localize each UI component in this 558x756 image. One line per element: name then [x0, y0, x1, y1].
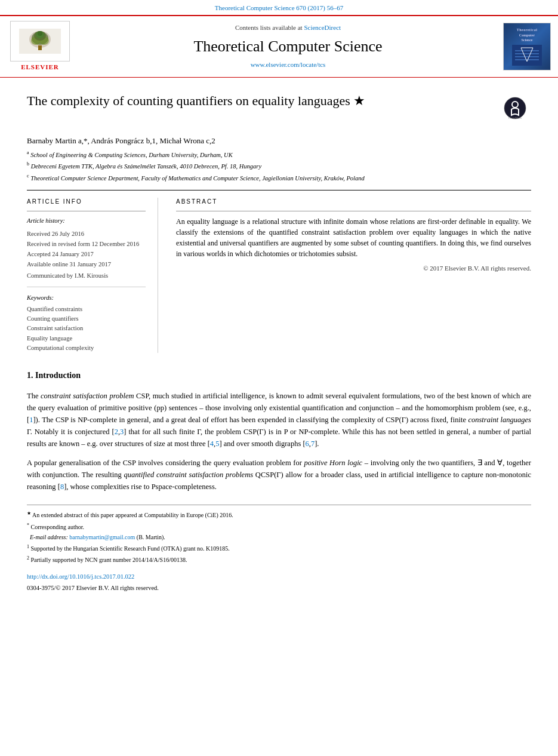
keyword-3: Constraint satisfaction — [27, 324, 146, 333]
divider-1 — [27, 190, 531, 190]
affil-a: a School of Engineering & Computing Scie… — [27, 149, 531, 159]
received-date: Received 26 July 2016 — [27, 229, 146, 238]
footnote-asterisk: * Corresponding author. — [27, 522, 531, 531]
footnote-2: 2 Partially supported by NCN grant numbe… — [27, 555, 531, 564]
crossmark[interactable]: CrossMark — [498, 92, 531, 125]
intro-section: 1. Introduction The constraint satisfact… — [27, 370, 531, 493]
email-link[interactable]: barnabymartin@gmail.com — [69, 534, 135, 540]
doi-section: http://dx.doi.org/10.1016/j.tcs.2017.01.… — [27, 572, 531, 581]
ref-5[interactable]: 5 — [215, 440, 219, 448]
abstract-rule — [176, 211, 531, 211]
elsevier-text: ELSEVIER — [21, 63, 59, 72]
keywords-label: Keywords: — [27, 293, 146, 302]
article-info-label: ARTICLE INFO — [27, 198, 146, 207]
contents-line: Contents lists available at ScienceDirec… — [79, 23, 497, 33]
two-column-section: ARTICLE INFO Article history: Received 2… — [27, 198, 531, 353]
footnote-email: E-mail address: barnabymartin@gmail.com … — [27, 533, 531, 542]
footnote-1: 1 Supported by the Hungarian Scientific … — [27, 543, 531, 553]
article-title: The complexity of counting quantifiers o… — [27, 92, 365, 110]
intro-paragraph-2: A popular generalisation of the CSP invo… — [27, 457, 531, 493]
abstract-column: ABSTRACT An equality language is a relat… — [176, 198, 531, 353]
journal-title: Theoretical Computer Science — [79, 35, 497, 58]
ref-6[interactable]: 6 — [306, 440, 309, 448]
doi-link[interactable]: http://dx.doi.org/10.1016/j.tcs.2017.01.… — [27, 573, 134, 580]
section-title: 1. Introduction — [27, 370, 531, 382]
article-info-column: ARTICLE INFO Article history: Received 2… — [27, 198, 158, 353]
svg-rect-6 — [38, 45, 42, 50]
journal-bar-text: Theoretical Computer Science 670 (2017) … — [215, 4, 343, 11]
journal-header-bar: Theoretical Computer Science 670 (2017) … — [0, 0, 558, 15]
keyword-1: Quantified constraints — [27, 305, 146, 314]
history-label: Article history: — [27, 216, 146, 225]
ref-3[interactable]: 3 — [120, 428, 124, 436]
copyright-line: © 2017 Elsevier B.V. All rights reserved… — [176, 264, 531, 273]
info-rule — [27, 211, 146, 211]
keyword-2: Counting quantifiers — [27, 314, 146, 323]
bottom-rights: 0304-3975/© 2017 Elsevier B.V. All right… — [27, 583, 531, 592]
ref-8[interactable]: 8 — [60, 483, 64, 491]
header-middle: Contents lists available at ScienceDirec… — [79, 23, 497, 70]
ref-2[interactable]: 2 — [115, 428, 118, 436]
elsevier-logo: ELSEVIER — [7, 21, 73, 72]
keyword-5: Computational complexity — [27, 343, 146, 352]
ref-7[interactable]: 7 — [311, 440, 315, 448]
affiliations: a School of Engineering & Computing Scie… — [27, 149, 531, 183]
journal-thumbnail: Theoretical Computer Science — [503, 23, 551, 70]
svg-point-8 — [38, 31, 42, 36]
keyword-4: Equality language — [27, 334, 146, 343]
revised-date: Received in revised form 12 December 201… — [27, 239, 146, 248]
ref-4[interactable]: 4 — [210, 440, 214, 448]
footnote-section: ★ An extended abstract of this paper app… — [27, 505, 531, 564]
svg-text:CrossMark: CrossMark — [508, 116, 522, 119]
article-title-section: The complexity of counting quantifiers o… — [27, 78, 531, 131]
authors-line: Barnaby Martin a,*, András Pongrácz b,1,… — [27, 136, 531, 147]
accepted-date: Accepted 24 January 2017 — [27, 250, 146, 259]
journal-header: ELSEVIER Contents lists available at Sci… — [0, 15, 558, 78]
abstract-label: ABSTRACT — [176, 198, 531, 207]
footnote-star: ★ An extended abstract of this paper app… — [27, 510, 531, 520]
ref-1[interactable]: 1 — [29, 416, 33, 424]
communicated-by: Communicated by I.M. Kirousis — [27, 271, 146, 280]
abstract-text: An equality language is a relational str… — [176, 216, 531, 259]
sciencedirect-link[interactable]: ScienceDirect — [304, 24, 341, 31]
journal-url[interactable]: www.elsevier.com/locate/tcs — [79, 60, 497, 70]
intro-paragraph-1: The constraint satisfaction problem CSP,… — [27, 390, 531, 450]
affil-b: b Debreceni Egyetem TTK, Algebra és Szám… — [27, 161, 531, 171]
available-date: Available online 31 January 2017 — [27, 260, 146, 269]
affil-c: c Theoretical Computer Science Departmen… — [27, 173, 531, 183]
keywords-rule — [27, 287, 146, 287]
